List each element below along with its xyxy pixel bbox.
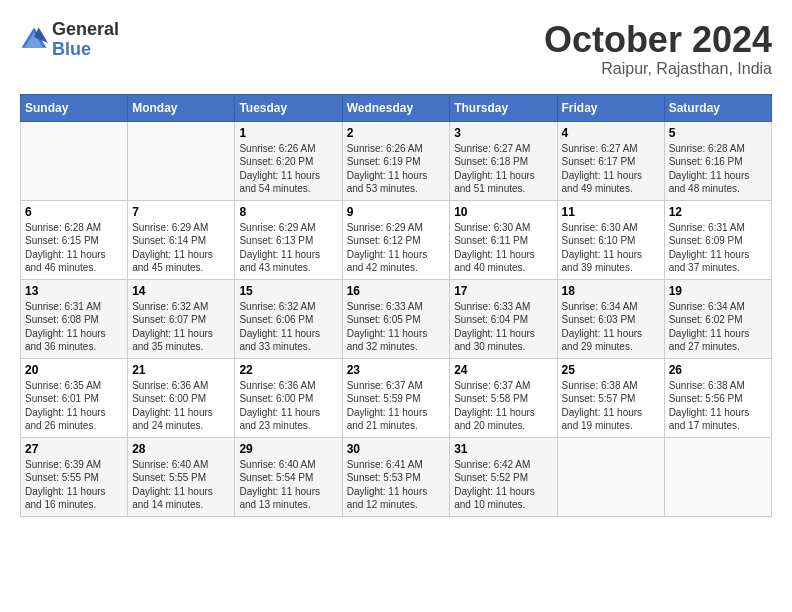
day-info: Sunrise: 6:26 AM Sunset: 6:20 PM Dayligh… [239, 142, 337, 196]
week-row-5: 27Sunrise: 6:39 AM Sunset: 5:55 PM Dayli… [21, 437, 772, 516]
calendar-header-row: SundayMondayTuesdayWednesdayThursdayFrid… [21, 94, 772, 121]
column-header-tuesday: Tuesday [235, 94, 342, 121]
day-number: 2 [347, 126, 446, 140]
day-info: Sunrise: 6:32 AM Sunset: 6:06 PM Dayligh… [239, 300, 337, 354]
calendar-table: SundayMondayTuesdayWednesdayThursdayFrid… [20, 94, 772, 517]
day-cell: 26Sunrise: 6:38 AM Sunset: 5:56 PM Dayli… [664, 358, 771, 437]
day-info: Sunrise: 6:30 AM Sunset: 6:10 PM Dayligh… [562, 221, 660, 275]
day-info: Sunrise: 6:34 AM Sunset: 6:03 PM Dayligh… [562, 300, 660, 354]
day-cell: 19Sunrise: 6:34 AM Sunset: 6:02 PM Dayli… [664, 279, 771, 358]
day-number: 5 [669, 126, 767, 140]
day-info: Sunrise: 6:29 AM Sunset: 6:13 PM Dayligh… [239, 221, 337, 275]
day-cell: 7Sunrise: 6:29 AM Sunset: 6:14 PM Daylig… [128, 200, 235, 279]
day-number: 26 [669, 363, 767, 377]
day-number: 25 [562, 363, 660, 377]
day-info: Sunrise: 6:29 AM Sunset: 6:14 PM Dayligh… [132, 221, 230, 275]
title-area: October 2024 Raipur, Rajasthan, India [544, 20, 772, 78]
week-row-3: 13Sunrise: 6:31 AM Sunset: 6:08 PM Dayli… [21, 279, 772, 358]
day-cell: 22Sunrise: 6:36 AM Sunset: 6:00 PM Dayli… [235, 358, 342, 437]
day-info: Sunrise: 6:35 AM Sunset: 6:01 PM Dayligh… [25, 379, 123, 433]
day-cell: 28Sunrise: 6:40 AM Sunset: 5:55 PM Dayli… [128, 437, 235, 516]
column-header-wednesday: Wednesday [342, 94, 450, 121]
day-number: 18 [562, 284, 660, 298]
logo-general-text: General [52, 19, 119, 39]
day-number: 14 [132, 284, 230, 298]
day-number: 22 [239, 363, 337, 377]
day-cell: 29Sunrise: 6:40 AM Sunset: 5:54 PM Dayli… [235, 437, 342, 516]
day-info: Sunrise: 6:27 AM Sunset: 6:17 PM Dayligh… [562, 142, 660, 196]
day-number: 11 [562, 205, 660, 219]
column-header-friday: Friday [557, 94, 664, 121]
day-info: Sunrise: 6:42 AM Sunset: 5:52 PM Dayligh… [454, 458, 552, 512]
day-info: Sunrise: 6:27 AM Sunset: 6:18 PM Dayligh… [454, 142, 552, 196]
day-cell: 24Sunrise: 6:37 AM Sunset: 5:58 PM Dayli… [450, 358, 557, 437]
day-cell: 10Sunrise: 6:30 AM Sunset: 6:11 PM Dayli… [450, 200, 557, 279]
day-number: 30 [347, 442, 446, 456]
day-cell: 17Sunrise: 6:33 AM Sunset: 6:04 PM Dayli… [450, 279, 557, 358]
day-info: Sunrise: 6:29 AM Sunset: 6:12 PM Dayligh… [347, 221, 446, 275]
day-number: 27 [25, 442, 123, 456]
day-info: Sunrise: 6:33 AM Sunset: 6:05 PM Dayligh… [347, 300, 446, 354]
day-info: Sunrise: 6:34 AM Sunset: 6:02 PM Dayligh… [669, 300, 767, 354]
column-header-sunday: Sunday [21, 94, 128, 121]
column-header-saturday: Saturday [664, 94, 771, 121]
day-info: Sunrise: 6:39 AM Sunset: 5:55 PM Dayligh… [25, 458, 123, 512]
day-number: 15 [239, 284, 337, 298]
day-number: 23 [347, 363, 446, 377]
day-info: Sunrise: 6:36 AM Sunset: 6:00 PM Dayligh… [132, 379, 230, 433]
day-info: Sunrise: 6:38 AM Sunset: 5:56 PM Dayligh… [669, 379, 767, 433]
day-cell: 6Sunrise: 6:28 AM Sunset: 6:15 PM Daylig… [21, 200, 128, 279]
day-cell: 12Sunrise: 6:31 AM Sunset: 6:09 PM Dayli… [664, 200, 771, 279]
day-number: 28 [132, 442, 230, 456]
day-cell: 15Sunrise: 6:32 AM Sunset: 6:06 PM Dayli… [235, 279, 342, 358]
logo-text: General Blue [52, 20, 119, 60]
day-cell: 14Sunrise: 6:32 AM Sunset: 6:07 PM Dayli… [128, 279, 235, 358]
logo-icon [20, 26, 48, 54]
day-cell: 18Sunrise: 6:34 AM Sunset: 6:03 PM Dayli… [557, 279, 664, 358]
day-cell: 30Sunrise: 6:41 AM Sunset: 5:53 PM Dayli… [342, 437, 450, 516]
day-number: 17 [454, 284, 552, 298]
day-number: 13 [25, 284, 123, 298]
day-number: 7 [132, 205, 230, 219]
day-number: 19 [669, 284, 767, 298]
day-cell [21, 121, 128, 200]
day-cell: 13Sunrise: 6:31 AM Sunset: 6:08 PM Dayli… [21, 279, 128, 358]
day-info: Sunrise: 6:38 AM Sunset: 5:57 PM Dayligh… [562, 379, 660, 433]
day-cell: 5Sunrise: 6:28 AM Sunset: 6:16 PM Daylig… [664, 121, 771, 200]
day-info: Sunrise: 6:26 AM Sunset: 6:19 PM Dayligh… [347, 142, 446, 196]
day-number: 1 [239, 126, 337, 140]
day-info: Sunrise: 6:28 AM Sunset: 6:15 PM Dayligh… [25, 221, 123, 275]
day-number: 12 [669, 205, 767, 219]
column-header-monday: Monday [128, 94, 235, 121]
day-number: 4 [562, 126, 660, 140]
day-info: Sunrise: 6:41 AM Sunset: 5:53 PM Dayligh… [347, 458, 446, 512]
day-info: Sunrise: 6:36 AM Sunset: 6:00 PM Dayligh… [239, 379, 337, 433]
day-number: 21 [132, 363, 230, 377]
day-cell: 31Sunrise: 6:42 AM Sunset: 5:52 PM Dayli… [450, 437, 557, 516]
day-cell: 11Sunrise: 6:30 AM Sunset: 6:10 PM Dayli… [557, 200, 664, 279]
day-cell: 2Sunrise: 6:26 AM Sunset: 6:19 PM Daylig… [342, 121, 450, 200]
week-row-1: 1Sunrise: 6:26 AM Sunset: 6:20 PM Daylig… [21, 121, 772, 200]
location-text: Raipur, Rajasthan, India [544, 60, 772, 78]
day-number: 20 [25, 363, 123, 377]
day-info: Sunrise: 6:30 AM Sunset: 6:11 PM Dayligh… [454, 221, 552, 275]
day-cell: 25Sunrise: 6:38 AM Sunset: 5:57 PM Dayli… [557, 358, 664, 437]
day-number: 24 [454, 363, 552, 377]
logo: General Blue [20, 20, 119, 60]
day-info: Sunrise: 6:31 AM Sunset: 6:09 PM Dayligh… [669, 221, 767, 275]
page-header: General Blue October 2024 Raipur, Rajast… [20, 20, 772, 78]
day-info: Sunrise: 6:28 AM Sunset: 6:16 PM Dayligh… [669, 142, 767, 196]
day-number: 29 [239, 442, 337, 456]
day-number: 8 [239, 205, 337, 219]
day-cell [557, 437, 664, 516]
day-cell: 20Sunrise: 6:35 AM Sunset: 6:01 PM Dayli… [21, 358, 128, 437]
day-number: 9 [347, 205, 446, 219]
day-cell [664, 437, 771, 516]
day-cell: 3Sunrise: 6:27 AM Sunset: 6:18 PM Daylig… [450, 121, 557, 200]
day-cell: 4Sunrise: 6:27 AM Sunset: 6:17 PM Daylig… [557, 121, 664, 200]
day-info: Sunrise: 6:40 AM Sunset: 5:54 PM Dayligh… [239, 458, 337, 512]
day-info: Sunrise: 6:31 AM Sunset: 6:08 PM Dayligh… [25, 300, 123, 354]
day-number: 3 [454, 126, 552, 140]
day-cell [128, 121, 235, 200]
month-title: October 2024 [544, 20, 772, 60]
